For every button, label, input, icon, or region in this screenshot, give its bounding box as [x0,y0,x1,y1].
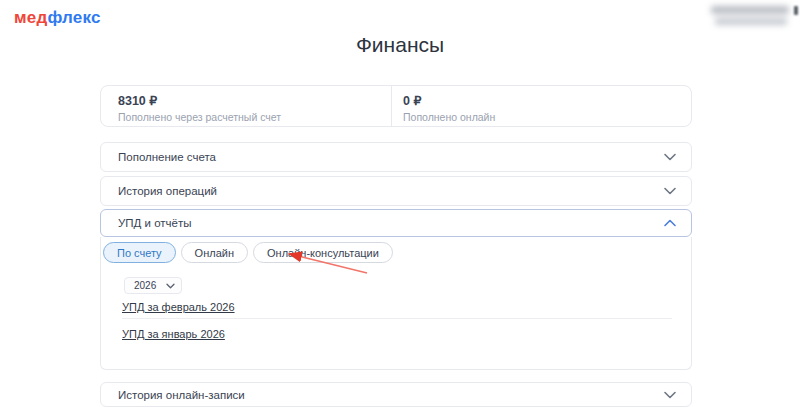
accordion-online-booking-history[interactable]: История онлайн-записи [100,382,692,407]
balance-account: 8310 ₽ Пополнено через расчетный счет [101,86,391,126]
tab-by-account[interactable]: По счету [103,242,176,263]
chevron-down-icon [664,187,676,195]
accordion-upd-reports-label: УПД и отчёты [118,217,664,229]
tab-online[interactable]: Онлайн [181,242,248,263]
redacted-line-1 [711,6,789,14]
logo-part-flex: флекс [47,8,100,27]
redacted-text-mark [794,6,798,15]
redacted-line-2 [715,18,787,25]
upd-filter-tabs: По счету Онлайн Онлайн-консультации [103,242,393,263]
user-info-redacted [709,5,791,30]
chevron-down-icon [166,283,175,289]
finance-page: медфлекс Финансы 8310 ₽ Пополнено через … [0,0,800,409]
balance-account-amount: 8310 ₽ [118,93,391,108]
balance-account-label: Пополнено через расчетный счет [118,111,391,123]
chevron-up-icon [664,219,676,227]
tab-online-consultations[interactable]: Онлайн-консультации [253,242,393,263]
balance-card: 8310 ₽ Пополнено через расчетный счет 0 … [100,85,692,127]
balance-online-label: Пополнено онлайн [403,111,691,123]
balance-online: 0 ₽ Пополнено онлайн [392,86,691,126]
accordion-online-booking-history-label: История онлайн-записи [118,389,664,401]
chevron-down-icon [664,391,676,399]
accordion-upd-reports[interactable]: УПД и отчёты [100,209,692,237]
year-select-value: 2026 [134,280,166,291]
balance-online-amount: 0 ₽ [403,93,691,108]
medflex-logo[interactable]: медфлекс [14,8,101,28]
accordion-topup[interactable]: Пополнение счета [100,142,692,172]
year-select[interactable]: 2026 [124,277,182,294]
accordion-operations-history[interactable]: История операций [100,176,692,206]
accordion-operations-history-label: История операций [118,185,664,197]
logo-part-med: мед [14,8,47,27]
page-title: Финансы [0,33,800,57]
chevron-down-icon [664,153,676,161]
doc-divider [122,318,672,319]
accordion-topup-label: Пополнение счета [118,151,664,163]
upd-link-january[interactable]: УПД за январь 2026 [122,328,225,340]
upd-link-february[interactable]: УПД за февраль 2026 [122,301,235,313]
